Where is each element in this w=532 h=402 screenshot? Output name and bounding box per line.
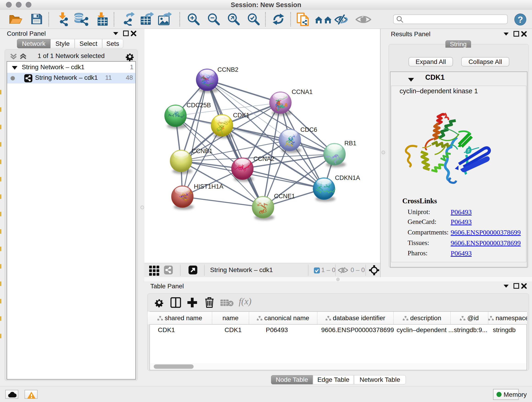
svg-text:CDK1: CDK1: [233, 112, 249, 119]
svg-text:?: ?: [518, 15, 523, 25]
svg-text:CCNB2: CCNB2: [217, 66, 239, 73]
svg-text:CDKN1A: CDKN1A: [335, 174, 360, 181]
svg-text:CCNA2: CCNA2: [253, 155, 274, 162]
svg-text:HIST1H1A: HIST1H1A: [194, 183, 223, 190]
svg-text:CDC6: CDC6: [300, 126, 317, 133]
svg-text:RB1: RB1: [344, 140, 356, 147]
svg-text:CCNE1: CCNE1: [274, 193, 295, 200]
svg-text:CCNA1: CCNA1: [292, 89, 313, 95]
svg-text:CDC25B: CDC25B: [186, 102, 211, 109]
svg-text:CCNB1: CCNB1: [191, 148, 213, 154]
